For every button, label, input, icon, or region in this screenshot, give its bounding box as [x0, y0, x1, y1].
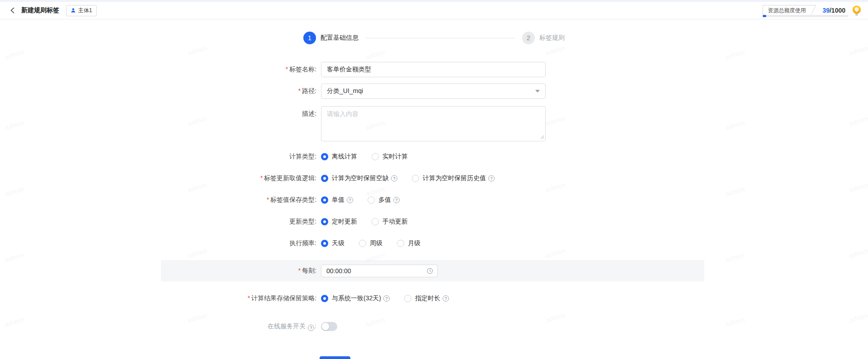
quota-progress-fill — [763, 15, 766, 17]
radio-label: 多值 — [378, 196, 391, 204]
path-select[interactable]: 分类_UI_mqi — [321, 84, 546, 99]
update-logic-options: 计算为空时保留空缺 ? 计算为空时保留历史值 ? — [321, 174, 495, 182]
update-type-row: 更新类型: 定时更新 手动更新 — [0, 217, 868, 227]
tag-name-control — [321, 62, 546, 77]
description-textarea[interactable] — [321, 106, 546, 141]
calc-type-label: 计算类型: — [0, 153, 316, 161]
chevron-left-icon — [9, 7, 16, 14]
help-icon[interactable]: ? — [443, 295, 449, 302]
radio-option-monthly[interactable]: 月级 — [397, 239, 420, 247]
radio-unchecked-icon — [372, 153, 379, 160]
help-icon[interactable]: ? — [347, 197, 353, 203]
radio-label: 定时更新 — [332, 218, 357, 226]
retention-label: *计算结果存储保留策略: — [0, 294, 316, 303]
update-logic-label-text: 标签更新取值逻辑: — [264, 174, 316, 182]
radio-checked-icon — [321, 196, 328, 204]
radio-label: 计算为空时保留历史值 — [423, 174, 486, 182]
radio-option-scheduled-update[interactable]: 定时更新 — [321, 218, 357, 226]
radio-label: 与系统一致(32天) — [332, 294, 381, 303]
radio-option-keep-history[interactable]: 计算为空时保留历史值 ? — [412, 174, 495, 182]
help-icon[interactable]: ? — [393, 197, 400, 203]
radio-label: 指定时长 — [415, 294, 440, 303]
quota-count: 39/1000 — [822, 7, 845, 14]
step-2-circle: 2 — [522, 32, 535, 44]
watermark-text: admin — [365, 48, 386, 61]
radio-option-single-value[interactable]: 单值 ? — [321, 196, 353, 204]
help-icon[interactable]: ? — [308, 325, 314, 331]
radio-option-offline-calc[interactable]: 离线计算 — [321, 153, 357, 161]
tag-name-row: *标签名称: — [0, 62, 868, 77]
required-mark: * — [298, 267, 301, 274]
radio-option-manual-update[interactable]: 手动更新 — [372, 218, 408, 226]
radio-option-daily[interactable]: 天级 — [321, 239, 344, 247]
step-2-label: 标签规则 — [539, 34, 565, 42]
radio-option-custom-duration[interactable]: 指定时长 ? — [404, 294, 449, 303]
description-control — [321, 106, 546, 141]
required-mark: * — [260, 174, 263, 182]
value-save-type-label: *标签值保存类型: — [0, 196, 316, 204]
quota-used: 39 — [822, 7, 830, 14]
radio-checked-icon — [321, 153, 328, 160]
tag-name-label-text: 标签名称: — [289, 65, 316, 73]
watermark-text: admin — [848, 44, 868, 57]
required-mark: * — [286, 65, 288, 73]
update-type-label: 更新类型: — [0, 218, 316, 226]
quota-progress-bar — [763, 15, 849, 17]
calc-type-options: 离线计算 实时计算 — [321, 153, 408, 161]
step-1-label: 配置基础信息 — [321, 34, 359, 42]
watermark-text: admin — [4, 48, 25, 61]
radio-option-realtime-calc[interactable]: 实时计算 — [372, 153, 408, 161]
tag-name-input[interactable] — [321, 62, 546, 77]
online-service-row: 在线服务开关?: — [0, 322, 868, 331]
radio-option-system-default[interactable]: 与系统一致(32天) ? — [321, 294, 390, 303]
watermark-text: admin — [187, 44, 208, 57]
back-button[interactable] — [9, 7, 16, 14]
stepper: 1 配置基础信息 2 标签规则 — [0, 32, 868, 44]
help-icon[interactable]: ? — [383, 295, 390, 302]
path-label: *路径: — [0, 87, 316, 95]
watermark-text: admin — [725, 48, 746, 61]
radio-option-keep-empty[interactable]: 计算为空时保留空缺 ? — [321, 174, 397, 182]
help-icon[interactable]: ? — [391, 175, 397, 182]
caret-down-icon — [535, 90, 540, 93]
online-service-colon: : — [315, 322, 316, 330]
path-row: *路径: 分类_UI_mqi — [0, 84, 868, 99]
run-time-label: *每刻: — [0, 267, 316, 275]
time-input-field[interactable] — [326, 267, 427, 275]
calc-type-label-text: 计算类型: — [289, 153, 316, 160]
run-time-label-text: 每刻: — [302, 267, 316, 274]
update-logic-row: *标签更新取值逻辑: 计算为空时保留空缺 ? 计算为空时保留历史值 ? — [0, 173, 868, 183]
radio-label: 实时计算 — [382, 153, 408, 161]
radio-unchecked-icon — [359, 240, 366, 247]
subject-badge[interactable]: 主体1 — [66, 5, 97, 16]
lightbulb-icon[interactable] — [852, 5, 862, 16]
radio-checked-icon — [321, 240, 328, 247]
description-label: 描述: — [0, 106, 316, 118]
radio-option-multi-value[interactable]: 多值 ? — [368, 196, 400, 204]
step-2: 2 标签规则 — [522, 32, 565, 44]
retention-options: 与系统一致(32天) ? 指定时长 ? — [321, 294, 449, 303]
radio-label: 月级 — [408, 239, 420, 247]
description-row: 描述: — [0, 106, 868, 141]
radio-label: 天级 — [332, 239, 344, 247]
basic-info-form: *标签名称: *路径: 分类_UI_mqi 描述: — [0, 62, 868, 331]
path-label-text: 路径: — [302, 87, 316, 94]
radio-unchecked-icon — [368, 196, 375, 204]
path-select-value: 分类_UI_mqi — [327, 87, 363, 95]
description-label-text: 描述: — [302, 110, 316, 117]
clock-icon — [427, 268, 433, 274]
radio-label: 周级 — [370, 239, 382, 247]
watermark-text: admin — [545, 44, 566, 57]
radio-option-weekly[interactable]: 周级 — [359, 239, 382, 247]
radio-unchecked-icon — [397, 240, 404, 247]
help-icon[interactable]: ? — [488, 175, 495, 182]
online-service-toggle[interactable] — [321, 322, 337, 331]
stepper-connector — [366, 38, 515, 38]
topbar-right: 资源总额度使用 39/1000 — [763, 2, 862, 19]
update-type-label-text: 更新类型: — [289, 218, 316, 225]
radio-unchecked-icon — [404, 295, 411, 302]
time-input[interactable] — [321, 265, 438, 277]
quota-tab-label: 资源总额度使用 — [768, 5, 806, 16]
next-button[interactable] — [320, 356, 350, 359]
resize-handle-icon[interactable] — [540, 135, 544, 139]
